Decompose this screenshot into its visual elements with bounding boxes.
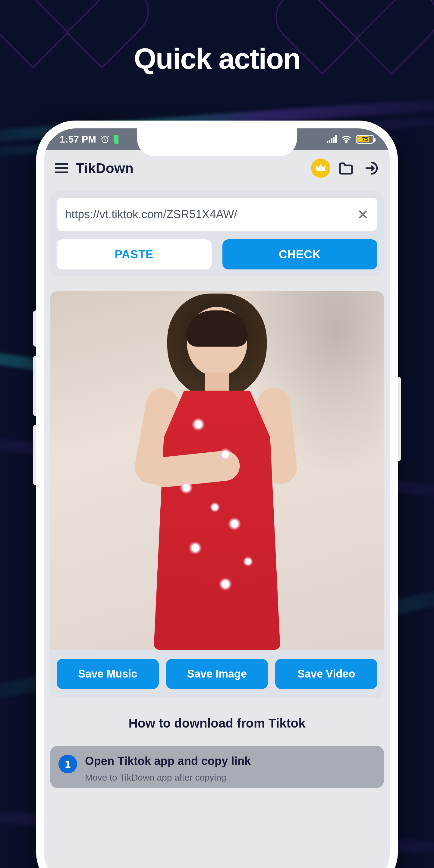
alarm-icon bbox=[100, 135, 110, 144]
url-input[interactable] bbox=[65, 208, 354, 221]
login-button[interactable] bbox=[362, 158, 381, 178]
phone-side-button bbox=[33, 425, 36, 485]
svg-rect-5 bbox=[335, 135, 337, 143]
howto-section-title: How to download from Tiktok bbox=[44, 716, 390, 731]
menu-button[interactable] bbox=[53, 160, 70, 177]
paste-button[interactable]: PASTE bbox=[57, 239, 212, 270]
preview-image bbox=[50, 291, 384, 650]
crown-icon bbox=[315, 164, 326, 173]
step-title: Open Tiktok app and copy link bbox=[85, 755, 375, 768]
save-image-button[interactable]: Save Image bbox=[166, 659, 268, 689]
notification-dot bbox=[114, 135, 119, 144]
battery-icon: 75 bbox=[355, 135, 374, 144]
login-icon bbox=[364, 161, 379, 176]
svg-rect-1 bbox=[327, 141, 328, 143]
url-input-card: PASTE CHECK bbox=[50, 191, 384, 276]
preview-card: Save Music Save Image Save Video bbox=[50, 291, 384, 698]
svg-point-6 bbox=[346, 142, 347, 143]
folder-icon bbox=[338, 161, 354, 175]
url-input-row bbox=[57, 198, 377, 231]
phone-side-button bbox=[33, 310, 36, 347]
downloads-folder-button[interactable] bbox=[336, 158, 355, 178]
svg-rect-3 bbox=[331, 138, 333, 143]
phone-notch bbox=[137, 128, 297, 156]
howto-step-1: 1 Open Tiktok app and copy link Move to … bbox=[50, 746, 384, 788]
promo-title: Quick action bbox=[134, 42, 300, 75]
close-icon bbox=[357, 208, 369, 220]
phone-side-button bbox=[33, 355, 36, 416]
check-button[interactable]: CHECK bbox=[222, 239, 377, 270]
app-title: TikDown bbox=[76, 160, 305, 176]
premium-button[interactable] bbox=[311, 158, 330, 178]
save-music-button[interactable]: Save Music bbox=[57, 659, 159, 689]
phone-side-button bbox=[398, 377, 401, 461]
phone-screen: 1:57 PM 75 TikDown bbox=[44, 128, 390, 868]
status-time: 1:57 PM bbox=[60, 134, 96, 145]
step-subtitle: Move to TikDown app after copying bbox=[85, 772, 375, 783]
svg-rect-2 bbox=[329, 140, 330, 143]
battery-level: 75 bbox=[362, 136, 368, 143]
clear-input-button[interactable] bbox=[354, 206, 371, 223]
save-video-button[interactable]: Save Video bbox=[275, 659, 377, 689]
step-number-badge: 1 bbox=[59, 755, 77, 773]
svg-rect-4 bbox=[333, 137, 335, 143]
wifi-icon bbox=[341, 135, 351, 143]
phone-frame: 1:57 PM 75 TikDown bbox=[36, 121, 398, 868]
signal-icon bbox=[327, 135, 337, 143]
